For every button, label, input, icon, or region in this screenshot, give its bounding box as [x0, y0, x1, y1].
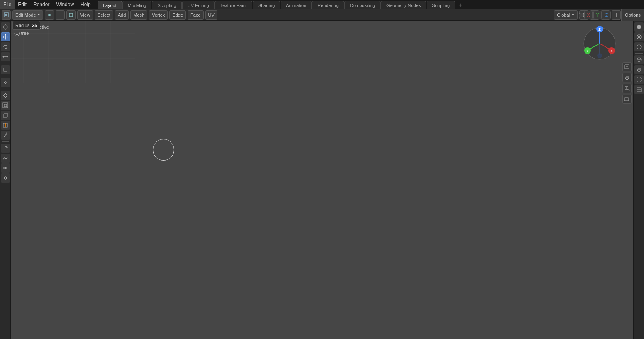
- edge-slide-btn[interactable]: [1, 163, 10, 173]
- top-menu-bar: File Edit Render Window Help Layout Mode…: [0, 0, 644, 9]
- svg-marker-31: [3, 93, 7, 98]
- svg-marker-29: [7, 56, 8, 58]
- edge-menu[interactable]: Edge: [169, 10, 186, 20]
- tab-texture-paint[interactable]: Texture Paint: [215, 1, 252, 9]
- svg-marker-163: [629, 98, 629, 100]
- material-view-btn[interactable]: [634, 32, 644, 41]
- svg-point-166: [638, 36, 640, 38]
- face-mode-btn[interactable]: [66, 10, 76, 20]
- x-transform-btn[interactable]: X: [584, 11, 593, 19]
- svg-point-2: [48, 14, 51, 16]
- cursor-placement-btn[interactable]: [634, 55, 644, 64]
- svg-point-15: [3, 25, 7, 29]
- uv-menu[interactable]: UV: [205, 10, 217, 20]
- tab-sculpting[interactable]: Sculpting: [152, 1, 181, 9]
- svg-rect-1: [5, 14, 7, 16]
- svg-text:Z: Z: [598, 27, 601, 32]
- svg-point-164: [637, 25, 641, 29]
- svg-marker-4: [69, 13, 73, 17]
- rendered-view-btn[interactable]: [634, 42, 644, 51]
- xyz-transform-display: ⬛ X Y Z: [578, 9, 611, 21]
- loop-cut-btn[interactable]: [1, 121, 10, 130]
- svg-rect-34: [4, 104, 7, 107]
- viewport-display-btn[interactable]: [622, 62, 632, 71]
- tab-scripting[interactable]: Scripting: [427, 1, 455, 9]
- object-icon: [2, 10, 11, 20]
- tab-compositing[interactable]: Compositing: [344, 1, 381, 9]
- svg-rect-30: [4, 68, 7, 71]
- face-menu[interactable]: Face: [188, 10, 203, 20]
- radius-bar: Radius 25: [12, 21, 40, 30]
- options-button[interactable]: Options: [621, 9, 644, 21]
- select-menu[interactable]: Select: [95, 10, 113, 20]
- svg-rect-46: [11, 21, 135, 83]
- mode-selector[interactable]: Edit Mode ▼: [12, 10, 43, 20]
- viewport-grid: [11, 21, 135, 83]
- toolbar-separator-1: [2, 63, 9, 63]
- menu-file[interactable]: File: [0, 0, 15, 9]
- add-menu[interactable]: Add: [115, 10, 129, 20]
- grid-overlay-btn[interactable]: [634, 85, 644, 94]
- solid-view-btn[interactable]: [634, 22, 644, 32]
- svg-point-40: [5, 167, 6, 169]
- grab-btn[interactable]: [634, 65, 644, 74]
- tab-shading[interactable]: Shading: [253, 1, 280, 9]
- mesh-menu[interactable]: Mesh: [130, 10, 147, 20]
- extrude-tool-btn[interactable]: [1, 91, 10, 100]
- radius-value[interactable]: 25: [32, 23, 37, 28]
- tab-uv-editing[interactable]: UV Editing: [182, 1, 215, 9]
- vertex-mode-btn[interactable]: [45, 10, 54, 20]
- radius-label: Radius: [15, 23, 29, 28]
- add-workspace-button[interactable]: +: [456, 1, 466, 9]
- menu-edit[interactable]: Edit: [15, 0, 30, 9]
- transform-tool-btn[interactable]: [1, 65, 10, 74]
- spin-tool-btn[interactable]: [1, 144, 10, 153]
- y-transform-btn[interactable]: Y: [593, 11, 602, 19]
- zoom-viewport-btn[interactable]: [622, 84, 632, 93]
- shrink-fatten-btn[interactable]: [1, 173, 10, 183]
- annotate-tool-btn[interactable]: [1, 78, 10, 87]
- menu-help[interactable]: Help: [77, 0, 94, 9]
- svg-marker-24: [2, 36, 4, 38]
- smooth-vertices-btn[interactable]: [1, 154, 10, 163]
- menu-window[interactable]: Window: [53, 0, 77, 9]
- tab-layout[interactable]: Layout: [98, 1, 122, 9]
- edge-mode-btn[interactable]: [56, 10, 65, 20]
- camera-view-btn[interactable]: [622, 95, 632, 104]
- svg-marker-37: [6, 147, 8, 148]
- svg-rect-33: [3, 103, 8, 108]
- svg-marker-22: [5, 34, 6, 35]
- tab-animation[interactable]: Animation: [281, 1, 312, 9]
- hand-tool-viewport-btn[interactable]: [622, 73, 632, 82]
- vertex-menu[interactable]: Vertex: [149, 10, 168, 20]
- cursor-tool-btn[interactable]: [1, 22, 10, 32]
- viewport-3d[interactable]: User Perspective (1) tree Z X Y: [11, 21, 633, 339]
- z-transform-btn[interactable]: Z: [603, 11, 611, 19]
- transform-global[interactable]: Global ▼: [554, 10, 578, 20]
- svg-point-167: [637, 45, 641, 49]
- brush-cursor: [153, 139, 174, 161]
- tab-rendering[interactable]: Rendering: [312, 1, 344, 9]
- svg-marker-23: [5, 39, 6, 40]
- svg-text:Y: Y: [586, 49, 589, 53]
- toolbar-separator-3: [2, 89, 9, 89]
- svg-rect-3: [58, 15, 62, 15]
- svg-marker-25: [7, 36, 8, 38]
- scale-tool-btn[interactable]: [1, 52, 10, 61]
- svg-rect-162: [624, 98, 629, 101]
- navigation-gizmo[interactable]: Z X Y: [581, 25, 618, 63]
- svg-text:X: X: [610, 49, 613, 53]
- rotate-tool-btn[interactable]: [1, 42, 10, 51]
- tab-modeling[interactable]: Modeling: [122, 1, 152, 9]
- move-tool-btn[interactable]: [1, 32, 10, 41]
- svg-point-41: [4, 177, 7, 179]
- tab-geometry-nodes[interactable]: Geometry Nodes: [381, 1, 426, 9]
- knife-tool-btn[interactable]: [1, 131, 10, 140]
- select-box-btn[interactable]: [634, 75, 644, 84]
- view-menu[interactable]: View: [77, 10, 93, 20]
- bevel-tool-btn[interactable]: [1, 111, 10, 120]
- inset-tool-btn[interactable]: [1, 101, 10, 110]
- menu-render[interactable]: Render: [30, 0, 53, 9]
- right-toolbar-sep: [635, 53, 643, 54]
- gizmo-btn[interactable]: [612, 10, 621, 20]
